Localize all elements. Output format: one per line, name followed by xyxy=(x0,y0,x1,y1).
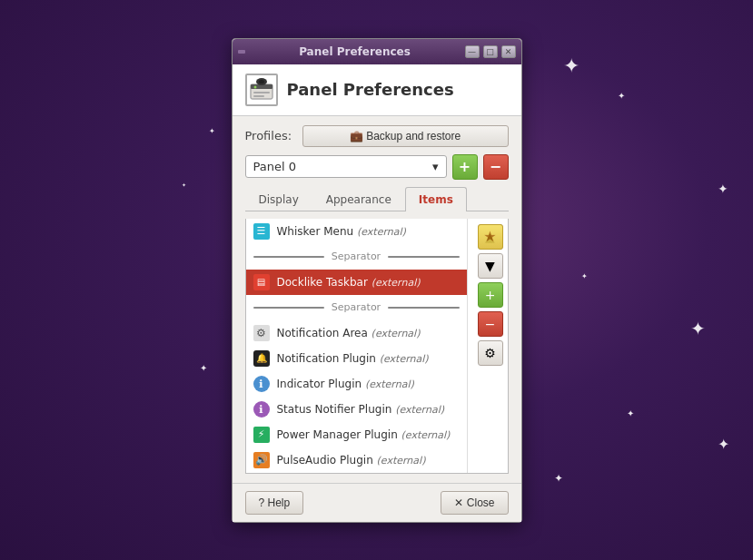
titlebar-grip xyxy=(238,50,245,54)
backup-restore-button[interactable]: 💼 Backup and restore xyxy=(302,125,509,147)
remove-panel-button[interactable]: − xyxy=(483,154,509,180)
separator-label: Separator xyxy=(332,251,381,262)
panel-preferences-window: Panel Preferences — □ ✕ Panel Preference… xyxy=(232,38,522,523)
list-item[interactable]: 🔔 Notification Plugin (external) xyxy=(246,346,467,371)
item-label: Indicator Plugin (external) xyxy=(277,378,460,390)
item-label: Docklike Taskbar (external) xyxy=(277,276,460,289)
close-button[interactable]: ✕ xyxy=(501,45,516,58)
star-decoration: ✦ xyxy=(563,54,580,77)
window-footer: ? Help ✕ Close xyxy=(233,483,521,522)
star-decoration: ✦ xyxy=(690,318,706,339)
panel-row: Panel 0 ▾ + − xyxy=(245,154,509,180)
move-down-button[interactable]: ▼ xyxy=(478,253,503,279)
notification-plugin-icon: 🔔 xyxy=(253,350,270,367)
star-decoration: ✦ xyxy=(554,472,563,485)
list-item[interactable]: ▤ Docklike Taskbar (external) xyxy=(246,270,467,295)
svg-rect-5 xyxy=(253,92,270,93)
star-decoration: ✦ xyxy=(718,182,728,196)
titlebar: Panel Preferences — □ ✕ xyxy=(233,39,521,64)
list-item[interactable]: ℹ Status Notifier Plugin (external) xyxy=(246,397,467,422)
item-label: Notification Area (external) xyxy=(277,327,460,339)
docklike-taskbar-icon: ▤ xyxy=(253,274,270,290)
header-title: Panel Preferences xyxy=(287,80,454,99)
star-decoration: ✦ xyxy=(200,363,207,373)
window-body: Profiles: 💼 Backup and restore Panel 0 ▾… xyxy=(233,116,521,483)
add-panel-button[interactable]: + xyxy=(452,154,478,180)
separator-line xyxy=(388,307,459,309)
items-list: ☰ Whisker Menu (external) Separator ▤ Do… xyxy=(246,219,468,473)
svg-rect-6 xyxy=(253,95,264,97)
list-item[interactable]: ℹ Indicator Plugin (external) xyxy=(246,371,467,397)
svg-point-3 xyxy=(259,80,264,84)
list-item[interactable]: ⚡ Power Manager Plugin (external) xyxy=(246,422,467,447)
indicator-plugin-icon: ℹ xyxy=(253,376,270,392)
notification-area-icon: ⚙ xyxy=(253,325,270,341)
profiles-label: Profiles: xyxy=(245,129,295,142)
power-manager-icon: ⚡ xyxy=(253,427,270,443)
tab-display[interactable]: Display xyxy=(245,187,312,211)
item-label: PulseAudio Plugin (external) xyxy=(277,454,460,467)
status-notifier-icon: ℹ xyxy=(253,401,270,418)
whisker-menu-icon: ☰ xyxy=(253,223,270,240)
separator-line xyxy=(253,307,324,309)
star-decoration: ✦ xyxy=(209,127,215,135)
app-icon xyxy=(245,74,278,106)
list-item[interactable]: ⚙ Notification Area (external) xyxy=(246,320,467,346)
item-label: Notification Plugin (external) xyxy=(277,352,460,365)
tabs-bar: Display Appearance Items xyxy=(245,187,509,211)
item-label: Power Manager Plugin (external) xyxy=(277,428,460,441)
list-item-separator: Separator xyxy=(246,295,467,320)
separator-line xyxy=(253,256,324,258)
list-item-separator: Separator xyxy=(246,244,467,270)
star-decoration: ✦ xyxy=(718,436,729,453)
star-decoration: ✦ xyxy=(182,182,186,188)
items-section: ☰ Whisker Menu (external) Separator ▤ Do… xyxy=(245,219,509,474)
star-decoration: ✦ xyxy=(627,408,634,418)
move-up-button[interactable]: ▲ xyxy=(478,224,503,250)
profiles-row: Profiles: 💼 Backup and restore xyxy=(245,125,509,147)
minimize-button[interactable]: — xyxy=(465,45,480,58)
close-button[interactable]: ✕ Close xyxy=(441,491,508,515)
items-controls: ▲ ▼ + − ⚙ ★ xyxy=(473,219,508,473)
add-item-button[interactable]: + xyxy=(478,282,503,308)
help-button[interactable]: ? Help xyxy=(245,491,304,515)
separator-line xyxy=(388,256,459,258)
configure-item-button[interactable]: ⚙ xyxy=(478,340,503,366)
pulseaudio-icon: 🔊 xyxy=(253,452,270,468)
list-item[interactable]: ☰ Whisker Menu (external) xyxy=(246,219,467,244)
maximize-button[interactable]: □ xyxy=(483,45,498,58)
panel-select-value: Panel 0 xyxy=(253,160,296,173)
remove-item-button[interactable]: − xyxy=(478,311,503,337)
tab-appearance[interactable]: Appearance xyxy=(312,187,405,211)
star-decoration: ✦ xyxy=(581,272,588,280)
window-title: Panel Preferences xyxy=(245,45,465,58)
separator-label: Separator xyxy=(332,301,381,313)
chevron-down-icon: ▾ xyxy=(432,160,439,173)
item-label: Whisker Menu (external) xyxy=(277,225,460,238)
svg-point-4 xyxy=(253,85,256,88)
item-label: Status Notifier Plugin (external) xyxy=(277,403,460,416)
panel-dropdown[interactable]: Panel 0 ▾ xyxy=(245,155,447,178)
titlebar-buttons: — □ ✕ xyxy=(465,45,516,58)
star-decoration: ✦ xyxy=(618,91,625,101)
list-item[interactable]: 🔊 PulseAudio Plugin (external) xyxy=(246,447,467,473)
tab-items[interactable]: Items xyxy=(405,187,467,211)
window-header: Panel Preferences xyxy=(233,64,521,116)
